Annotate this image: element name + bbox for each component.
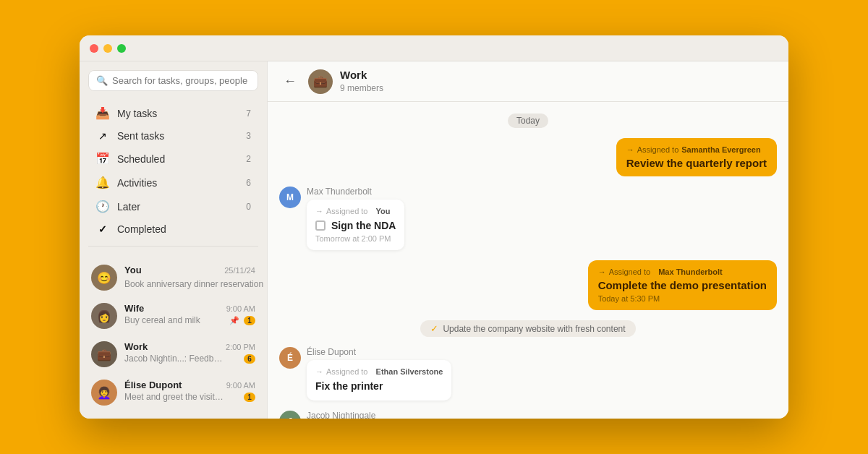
arrow-fix-printer: → bbox=[315, 367, 323, 376]
conv-sub-wife: Buy cereal and milk bbox=[124, 315, 200, 325]
sidebar-item-completed[interactable]: ✓ Completed bbox=[84, 219, 263, 239]
assigned-prefix-review: Assigned to bbox=[637, 145, 678, 154]
chat-header: ← 💼 Work 9 members bbox=[268, 61, 788, 102]
conv-time-elise: 9:00 AM bbox=[226, 381, 255, 390]
nav-label-my-tasks: My tasks bbox=[117, 108, 239, 119]
bubble-assigned-demo: → Assigned to Max Thunderbolt bbox=[598, 267, 767, 276]
conv-info-wife: Wife 9:00 AM Buy cereal and milk 📌 1 bbox=[124, 303, 255, 325]
task-title-sign-nda: Sign the NDA bbox=[331, 220, 396, 231]
nav-label-later: Later bbox=[117, 201, 239, 213]
maximize-button[interactable] bbox=[117, 44, 126, 53]
sidebar-divider bbox=[88, 246, 258, 247]
sidebar-item-my-tasks[interactable]: 📥 My tasks 7 bbox=[84, 102, 263, 124]
avatar-max: M bbox=[279, 187, 301, 208]
sender-jacob: Jacob Nightingale bbox=[307, 411, 488, 419]
sender-elise: Élise Dupont bbox=[307, 347, 451, 357]
nav-count-my-tasks: 7 bbox=[246, 108, 251, 119]
assignee-fix-printer: Ethan Silverstone bbox=[376, 367, 443, 376]
completed-pill: ✓ Update the company website with fresh … bbox=[420, 320, 635, 337]
conv-sub-you: Book anniversary dinner reservation bbox=[124, 279, 263, 289]
msg-col-fix-printer: Élise Dupont → Assigned to Ethan Silvers… bbox=[307, 347, 451, 401]
assignee-demo: Max Thunderbolt bbox=[658, 267, 723, 276]
badge-work: 6 bbox=[244, 354, 255, 364]
msg-col-feedback: Jacob Nightingale → Assigned to You Feed… bbox=[307, 411, 488, 419]
avatar-you: 😊 bbox=[91, 265, 117, 291]
sent-icon: ↗ bbox=[95, 130, 110, 142]
arrow-icon-demo: → bbox=[598, 267, 606, 276]
sidebar: 🔍 📥 My tasks 7 ↗ Sent tasks 3 📅 Schedule… bbox=[80, 61, 268, 419]
avatar-wife: 👩 bbox=[91, 303, 117, 329]
msg-row-feedback: J Jacob Nightingale → Assigned to You Fe… bbox=[279, 411, 777, 419]
sender-max: Max Thunderbolt bbox=[307, 187, 404, 197]
msg-row-sign-nda: M Max Thunderbolt → Assigned to You Sign… bbox=[279, 187, 777, 250]
arrow-sign-nda: → bbox=[315, 207, 323, 215]
task-assigned-fix-printer: → Assigned to Ethan Silverstone bbox=[315, 367, 443, 376]
sidebar-item-activities[interactable]: 🔔 Activities 6 bbox=[84, 171, 263, 194]
avatar-elise: 👩‍🦱 bbox=[91, 380, 117, 406]
nav-count-sent-tasks: 3 bbox=[246, 131, 251, 141]
conv-time-wife: 9:00 AM bbox=[226, 304, 255, 313]
bubble-assigned-review: → Assigned to Samantha Evergreen bbox=[626, 145, 767, 154]
chat-body[interactable]: Today → Assigned to Samantha Evergreen R… bbox=[268, 102, 788, 419]
arrow-icon-review: → bbox=[626, 145, 634, 154]
titlebar bbox=[80, 35, 788, 61]
task-assigned-sign-nda: → Assigned to You bbox=[315, 207, 396, 215]
conv-name-wife: Wife bbox=[124, 303, 144, 314]
msg-col-sign-nda: Max Thunderbolt → Assigned to You Sign t… bbox=[307, 187, 404, 250]
completed-task-row: ✓ Update the company website with fresh … bbox=[279, 320, 777, 337]
conv-item-you[interactable]: 😊 You 25/11/24 Book anniversary dinner r… bbox=[82, 259, 264, 296]
avatar-work: 💼 bbox=[91, 341, 117, 367]
assignee-sign-nda: You bbox=[376, 207, 391, 215]
task-card-sign-nda: → Assigned to You Sign the NDA Tomorrow … bbox=[307, 200, 404, 250]
conv-time-work: 2:00 PM bbox=[226, 343, 255, 351]
task-title-demo: Complete the demo presentation bbox=[598, 279, 767, 291]
search-input[interactable] bbox=[112, 75, 250, 86]
conv-info-elise: Élise Dupont 9:00 AM Meet and greet the … bbox=[124, 380, 255, 402]
badge-wife: 1 bbox=[244, 316, 255, 325]
bubble-review: → Assigned to Samantha Evergreen Review … bbox=[616, 138, 777, 176]
sidebar-item-later[interactable]: 🕐 Later 0 bbox=[84, 195, 263, 218]
bell-icon: 🔔 bbox=[95, 176, 110, 189]
sidebar-item-sent-tasks[interactable]: ↗ Sent tasks 3 bbox=[84, 126, 263, 146]
conv-meta-wife: 📌 1 bbox=[229, 316, 255, 325]
conv-info-work: Work 2:00 PM Jacob Nightin...: Feedback … bbox=[124, 341, 255, 364]
conv-time-you: 25/11/24 bbox=[224, 266, 255, 275]
conv-sub-work: Jacob Nightin...: Feedback on s... bbox=[124, 354, 226, 364]
inbox-icon: 📥 bbox=[95, 106, 110, 120]
conversation-list: 😊 You 25/11/24 Book anniversary dinner r… bbox=[80, 258, 267, 410]
conv-item-wife[interactable]: 👩 Wife 9:00 AM Buy cereal and milk 📌 1 bbox=[82, 297, 264, 335]
chat-header-info: Work 9 members bbox=[340, 69, 383, 94]
date-label: Today bbox=[508, 113, 548, 128]
bubble-demo: → Assigned to Max Thunderbolt Complete t… bbox=[588, 260, 777, 310]
clock-icon: 🕐 bbox=[95, 200, 110, 213]
pin-icon-wife: 📌 bbox=[229, 316, 239, 325]
avatar-elise-chat: É bbox=[279, 347, 301, 369]
conv-name-you: You bbox=[124, 265, 142, 275]
task-due-sign-nda: Tomorrow at 2:00 PM bbox=[315, 234, 396, 243]
conv-item-elise[interactable]: 👩‍🦱 Élise Dupont 9:00 AM Meet and greet … bbox=[82, 374, 264, 410]
conv-item-work[interactable]: 💼 Work 2:00 PM Jacob Nightin...: Feedbac… bbox=[82, 335, 264, 373]
completed-task-text: Update the company website with fresh co… bbox=[443, 324, 625, 334]
conv-name-elise: Élise Dupont bbox=[124, 380, 182, 390]
search-bar[interactable]: 🔍 bbox=[88, 70, 258, 91]
task-title-fix-printer: Fix the printer bbox=[315, 380, 383, 392]
group-avatar: 💼 bbox=[308, 69, 333, 94]
nav-label-scheduled: Scheduled bbox=[117, 153, 239, 165]
task-title-row-sign-nda: Sign the NDA bbox=[315, 220, 396, 231]
task-title-review: Review the quarterly report bbox=[626, 157, 767, 169]
nav-label-activities: Activities bbox=[117, 177, 239, 189]
date-divider: Today bbox=[279, 113, 777, 128]
app-window: 🔍 📥 My tasks 7 ↗ Sent tasks 3 📅 Schedule… bbox=[80, 35, 788, 419]
back-button[interactable]: ← bbox=[279, 72, 301, 90]
nav-label-sent-tasks: Sent tasks bbox=[117, 130, 239, 142]
msg-row-demo: → Assigned to Max Thunderbolt Complete t… bbox=[279, 260, 777, 310]
task-time-demo: Today at 5:30 PM bbox=[598, 294, 767, 303]
conv-name-work: Work bbox=[124, 341, 148, 352]
minimize-button[interactable] bbox=[103, 44, 112, 53]
chat-group-members: 9 members bbox=[340, 83, 383, 93]
check-icon-completed: ✓ bbox=[430, 323, 438, 334]
nav-label-completed: Completed bbox=[117, 223, 251, 235]
sidebar-item-scheduled[interactable]: 📅 Scheduled 2 bbox=[84, 147, 263, 170]
close-button[interactable] bbox=[90, 44, 98, 53]
task-checkbox-sign-nda[interactable] bbox=[315, 220, 326, 231]
